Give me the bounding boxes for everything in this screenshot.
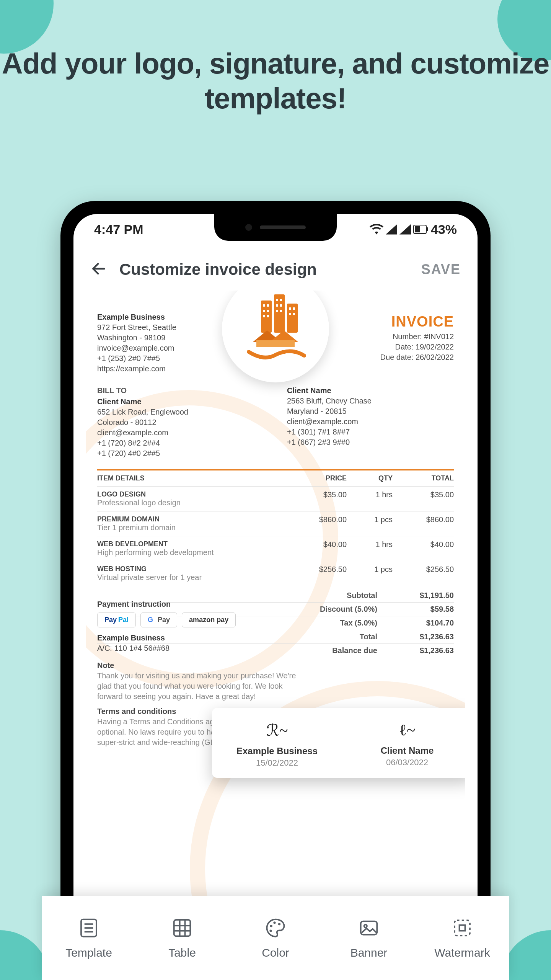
invoice-meta: INVOICE Number: #INV012 Date: 19/02/2022… [380,312,454,363]
svg-rect-7 [267,304,269,307]
svg-rect-6 [263,304,265,307]
svg-rect-1 [427,227,428,231]
phone-frame: 4:47 PM 43% Customize invoice design SAV… [60,201,491,967]
dock-watermark-button[interactable]: Watermark [416,896,509,980]
battery-percent: 43% [431,222,457,237]
banner-icon [357,916,380,939]
svg-rect-27 [174,920,191,936]
col-header: ITEM DETAILS [97,474,293,482]
svg-rect-5 [287,304,298,333]
signature-card[interactable]: ℛ~ Example Business 15/02/2022 ℓ~ Client… [212,708,465,778]
svg-rect-17 [280,310,282,312]
bottom-dock: Template Table Color Banner Watermark [42,896,509,980]
svg-rect-18 [289,307,291,310]
signal-icon [386,224,397,235]
invoice-preview[interactable]: Example Business 972 Fort Street, Seattl… [86,291,465,941]
col-header: TOTAL [393,474,454,482]
sender-block: Example Business 972 Fort Street, Seattl… [97,312,176,374]
svg-rect-39 [460,925,465,931]
svg-rect-12 [276,299,278,301]
table-row: WEB DEVELOPMENTHigh performing web devel… [97,536,454,561]
svg-point-37 [364,924,367,928]
building-logo-icon [237,291,314,367]
svg-rect-14 [276,304,278,307]
dock-table-button[interactable]: Table [135,896,229,980]
svg-rect-2 [415,226,420,232]
signature-mark: ℓ~ [353,721,461,739]
bill-to-block: BILL TO Client Name 652 Lick Road, Engle… [97,385,264,459]
svg-rect-16 [276,310,278,312]
svg-rect-9 [267,310,269,312]
svg-rect-11 [267,315,269,317]
palette-icon [264,916,287,939]
svg-rect-20 [289,313,291,315]
ship-to-block: Client Name 2563 Bluff, Chevy Chase Mary… [287,385,454,459]
col-header: PRICE [293,474,347,482]
svg-rect-38 [455,920,470,936]
decoration [0,0,54,54]
save-button[interactable]: SAVE [421,261,461,278]
signature-mark: ℛ~ [223,721,331,740]
svg-rect-10 [263,315,265,317]
svg-rect-15 [280,304,282,307]
phone-screen: 4:47 PM 43% Customize invoice design SAV… [73,214,478,954]
note-block: Note Thank you for visiting us and makin… [97,660,296,702]
svg-point-32 [270,925,272,927]
table-icon [171,916,194,939]
svg-point-35 [269,929,272,932]
template-icon [77,916,100,939]
arrow-left-icon [90,260,107,277]
amazonpay-button[interactable]: amazon pay [182,612,236,627]
svg-rect-19 [293,307,295,310]
table-row: WEB HOSTINGVirtual private server for 1 … [97,561,454,586]
svg-point-34 [278,923,280,925]
svg-rect-36 [361,921,377,935]
table-row: PREMIUM DOMAINTier 1 premium domain$860.… [97,511,454,536]
signal-icon [399,224,411,235]
svg-rect-21 [293,313,295,315]
phone-notch [214,214,337,241]
wifi-icon [370,224,383,235]
battery-icon [413,225,429,234]
watermark-icon [451,916,474,939]
table-row: LOGO DESIGNProfessional logo design$35.0… [97,486,454,511]
app-bar: Customize invoice design SAVE [73,248,478,291]
items-table: ITEM DETAILS PRICE QTY TOTAL LOGO DESIGN… [97,469,454,586]
svg-rect-8 [263,310,265,312]
dock-banner-button[interactable]: Banner [322,896,416,980]
svg-point-33 [273,921,276,924]
gpay-button[interactable]: GPay [140,612,177,627]
svg-rect-4 [274,294,285,333]
svg-rect-13 [280,299,282,301]
paypal-button[interactable]: PayPal [97,612,136,627]
back-button[interactable] [90,260,107,279]
col-header: QTY [347,474,393,482]
page-title: Customize invoice design [119,260,317,279]
dock-template-button[interactable]: Template [42,896,135,980]
promo-headline: Add your logo, signature, and customize … [0,46,551,116]
dock-color-button[interactable]: Color [229,896,322,980]
svg-rect-3 [261,301,272,333]
svg-rect-22 [256,340,295,347]
status-time: 4:47 PM [94,222,143,237]
